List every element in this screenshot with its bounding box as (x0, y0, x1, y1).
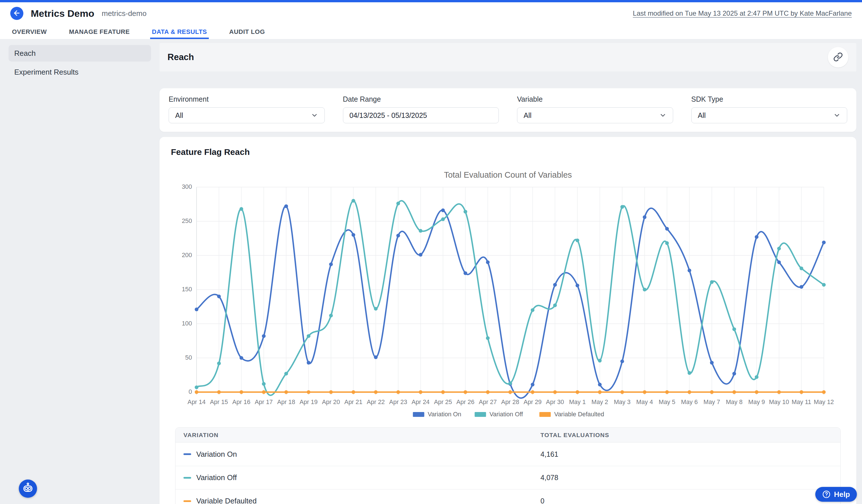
series-swatch (183, 500, 191, 502)
total-evaluations-value: 0 (532, 497, 840, 504)
svg-text:Variation Off: Variation Off (489, 411, 523, 418)
page-title: Metrics Demo (31, 8, 94, 19)
chart-legend: Variation OnVariation OffVariable Defaul… (413, 411, 604, 418)
feature-key: metrics-demo (102, 9, 146, 18)
column-header-total-evaluations: TOTAL EVALUATIONS (532, 432, 840, 438)
arrow-left-icon (13, 9, 21, 18)
reach-chart-card: Feature Flag Reach Total Evaluation Coun… (159, 137, 856, 504)
panel-title: Feature Flag Reach (171, 147, 845, 157)
help-button[interactable]: Help (815, 487, 857, 502)
top-accent-bar (0, 0, 862, 2)
filters-card: EnvironmentAllDate RangeVariableAllSDK T… (159, 88, 856, 132)
variation-name: Variation Off (196, 473, 237, 482)
chart-grid (197, 187, 824, 395)
last-modified-text: Last modified on Tue May 13 2025 at 2:47… (633, 9, 852, 17)
selected-value: All (698, 111, 834, 120)
svg-text:Apr 26: Apr 26 (456, 399, 474, 406)
environment-select[interactable]: All (169, 107, 325, 123)
total-evaluations-value: 4,161 (532, 450, 840, 459)
table-row-variation-off: Variation Off4,078 (175, 466, 840, 489)
table-row-variation-on: Variation On4,161 (175, 442, 840, 466)
table-row-variable-defaulted: Variable Defaulted0 (175, 489, 840, 504)
svg-text:Apr 16: Apr 16 (233, 399, 250, 406)
svg-text:Apr 18: Apr 18 (277, 399, 295, 406)
svg-text:250: 250 (182, 217, 192, 224)
copy-link-button[interactable] (828, 47, 848, 67)
svg-text:100: 100 (182, 320, 192, 327)
series-swatch (183, 477, 191, 479)
chevron-down-icon (833, 111, 841, 119)
svg-text:50: 50 (185, 354, 192, 361)
svg-text:May 3: May 3 (614, 399, 631, 406)
tab-audit-log[interactable]: AUDIT LOG (227, 25, 267, 39)
total-evaluations-value: 4,078 (532, 474, 840, 482)
date-range-input[interactable] (343, 107, 499, 123)
filter-label: Variable (517, 95, 673, 103)
sidebar-item-reach[interactable]: Reach (9, 45, 151, 62)
column-header-variation: VARIATION (175, 432, 532, 438)
svg-text:May 9: May 9 (748, 399, 765, 406)
reach-line-chart[interactable]: 050100150200250300Apr 14Apr 15Apr 16Apr … (171, 183, 840, 420)
svg-text:Variable Defaulted: Variable Defaulted (554, 411, 604, 418)
svg-text:Apr 21: Apr 21 (344, 399, 362, 406)
svg-text:Apr 28: Apr 28 (501, 399, 519, 406)
variation-name: Variable Defaulted (196, 496, 257, 504)
series-variable-defaulted[interactable] (195, 390, 826, 394)
table-header-row: VARIATION TOTAL EVALUATIONS (175, 428, 840, 442)
svg-text:Apr 30: Apr 30 (546, 399, 564, 406)
tab-overview[interactable]: OVERVIEW (10, 25, 49, 39)
tab-manage-feature[interactable]: MANAGE FEATURE (67, 25, 131, 39)
svg-text:May 7: May 7 (704, 399, 720, 406)
svg-text:Variation On: Variation On (428, 411, 461, 418)
robot-icon (22, 482, 34, 495)
svg-text:Apr 24: Apr 24 (412, 399, 430, 406)
filter-sdk-type: SDK TypeAll (691, 95, 848, 123)
filter-label: Date Range (343, 95, 499, 103)
filter-environment: EnvironmentAll (169, 95, 325, 123)
chevron-down-icon (311, 111, 318, 119)
filter-label: SDK Type (691, 95, 848, 103)
svg-text:Apr 22: Apr 22 (367, 399, 384, 406)
tab-bar: OVERVIEWMANAGE FEATUREDATA & RESULTSAUDI… (0, 25, 862, 39)
results-sidebar: ReachExperiment Results (0, 39, 159, 504)
legend-item-variation-on[interactable]: Variation On (413, 411, 461, 418)
svg-text:Apr 17: Apr 17 (255, 399, 273, 406)
svg-text:0: 0 (188, 388, 192, 395)
chart-title: Total Evaluation Count of Variables (171, 170, 845, 180)
selected-value: All (175, 111, 311, 120)
variation-name: Variation On (196, 450, 237, 459)
main-panel: Reach EnvironmentAllDate RangeVariableAl… (159, 39, 862, 504)
svg-text:Apr 25: Apr 25 (434, 399, 452, 406)
variable-select[interactable]: All (517, 107, 673, 123)
svg-text:May 11: May 11 (792, 399, 811, 406)
svg-text:May 12: May 12 (814, 399, 834, 406)
svg-text:Apr 19: Apr 19 (300, 399, 318, 406)
filter-label: Environment (169, 95, 325, 103)
app-header: Metrics Demo metrics-demo Last modified … (0, 2, 862, 25)
question-circle-icon (822, 490, 831, 499)
series-swatch (183, 453, 191, 455)
sidebar-item-experiment-results[interactable]: Experiment Results (9, 64, 151, 80)
back-button[interactable] (10, 7, 23, 20)
svg-text:150: 150 (182, 286, 192, 293)
svg-text:May 5: May 5 (658, 399, 676, 406)
legend-item-variation-off[interactable]: Variation Off (474, 411, 523, 418)
date-range-value[interactable] (350, 111, 493, 120)
selected-value: All (524, 111, 659, 120)
svg-text:May 4: May 4 (636, 399, 653, 406)
svg-text:Apr 23: Apr 23 (389, 399, 407, 406)
assistant-button[interactable] (19, 479, 37, 498)
link-icon (833, 52, 843, 63)
svg-text:Apr 20: Apr 20 (322, 399, 340, 406)
svg-text:May 1: May 1 (569, 399, 586, 406)
legend-item-variable-defaulted[interactable]: Variable Defaulted (539, 411, 604, 418)
filter-date-range: Date Range (343, 95, 499, 123)
svg-text:Apr 15: Apr 15 (210, 399, 228, 406)
help-label: Help (834, 490, 850, 499)
svg-text:Apr 14: Apr 14 (187, 399, 205, 406)
svg-text:Apr 27: Apr 27 (479, 399, 497, 406)
chevron-down-icon (659, 111, 667, 119)
sdk-type-select[interactable]: All (691, 107, 848, 123)
tab-data-results[interactable]: DATA & RESULTS (150, 25, 209, 39)
svg-text:May 8: May 8 (726, 399, 743, 406)
